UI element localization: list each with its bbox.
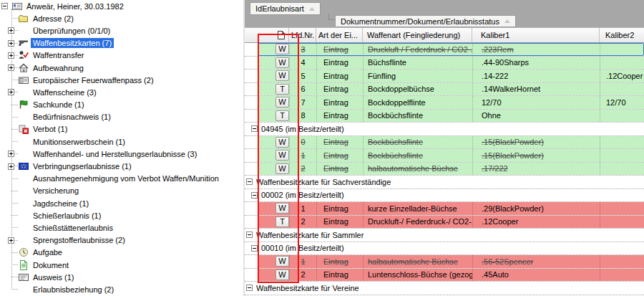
- weapons-management-window: Änweär, Heiner, 30.03.1982Adresse (2)Übe…: [0, 0, 644, 296]
- row-strip[interactable]: W4EintragBüchsflinte.44-90Sharps: [258, 57, 644, 70]
- row-strip[interactable]: W7EintragBockdoppelflinte12/7012/70: [258, 96, 644, 109]
- group-row-label: Waffenbesitzkarte für Vereine: [256, 284, 359, 292]
- tree-item-label[interactable]: Verbringungserlaubnisse (1): [31, 161, 134, 171]
- lfdnr-cell: 1: [289, 149, 316, 162]
- weapon-type-w-button[interactable]: W: [275, 203, 289, 214]
- record-type-cell: W: [258, 202, 289, 215]
- expander-plus-icon[interactable]: [8, 27, 14, 34]
- weapon-type-w-button[interactable]: W: [275, 70, 289, 81]
- group-box-iderlaubnisart[interactable]: IdErlaubnisart: [250, 2, 321, 15]
- row-strip[interactable]: W5EintragFünfling.14-222.12Cooper: [258, 70, 644, 82]
- expander-minus-icon[interactable]: [246, 285, 253, 291]
- expander-minus-icon[interactable]: [246, 178, 253, 185]
- row-strip[interactable]: T6EintragBockdoppelbüchse.14WalkerHornet: [258, 83, 644, 96]
- tree-item-label[interactable]: Bedürfnisnachweis (1): [31, 112, 113, 122]
- kaliber1-cell-text: .12Cooper: [482, 217, 518, 226]
- expander-plus-icon[interactable]: [8, 237, 14, 244]
- tree-item-label[interactable]: Dokument: [31, 260, 71, 270]
- weapon-type-w-button[interactable]: W: [275, 57, 289, 68]
- weapon-type-w-button[interactable]: W: [275, 97, 289, 108]
- tree-item-label[interactable]: Versicherung: [31, 186, 81, 196]
- expander-minus-icon[interactable]: [1, 3, 8, 9]
- row-strip[interactable]: W1EintragBockbüchsflinte.15(BlackPowder): [258, 149, 644, 162]
- column-header-waffenart[interactable]: Waffenart (Feingliederung): [363, 28, 472, 42]
- tree-item-label[interactable]: Ausnahmegenehmigung vom Verbot Waffen/Mu…: [31, 173, 221, 183]
- weapon-type-t-button[interactable]: T: [275, 110, 289, 121]
- group-row[interactable]: 04945 (im Besitz/erteilt): [245, 123, 644, 136]
- tree-item-label[interactable]: Adresse (2): [31, 14, 76, 24]
- group-row[interactable]: Waffenbesitzkarte für Sachverständige: [245, 176, 644, 189]
- tree-item-label[interactable]: Munitionserwerbschein (1): [31, 137, 127, 147]
- row-strip[interactable]: T8EintragBockbüchsflinteOhne: [258, 110, 644, 123]
- tree-item-label[interactable]: Schießstättenerlaubnis: [31, 223, 115, 233]
- expander-plus-icon[interactable]: [8, 52, 14, 59]
- lfdnr-cell-text: 1: [301, 204, 305, 213]
- row-strip[interactable]: W2EintragLuntenschloss-Büchse (gezog....…: [258, 269, 644, 282]
- tree-item-label[interactable]: Sprengstofferlaubnisse (2): [31, 235, 127, 245]
- kaliber2-cell: [600, 202, 644, 215]
- weapon-type-w-button[interactable]: W: [275, 137, 289, 148]
- art-cell-text: Eintrag: [323, 257, 348, 266]
- tree-item-label[interactable]: Verbot (1): [31, 124, 69, 134]
- weapon-type-t-button[interactable]: T: [275, 216, 289, 227]
- tree-item-label[interactable]: Waffenbesitzkarten (7): [31, 38, 114, 48]
- weapon-type-w-button[interactable]: W: [275, 269, 289, 280]
- column-header-record-type[interactable]: [273, 28, 289, 42]
- kaliber1-cell: .14WalkerHornet: [472, 83, 600, 96]
- expander-plus-icon[interactable]: [8, 163, 14, 170]
- tree-item-label[interactable]: Waffenhandel- und Herstellungserlaubniss…: [31, 149, 199, 159]
- row-strip[interactable]: W1Eintraghalbautomatische Büchse.56-52Sp…: [258, 255, 644, 268]
- tree-item-label[interactable]: Erlaubnisbeziehung (2): [31, 285, 116, 295]
- tree-root-label[interactable]: Änweär, Heiner, 30.03.1982: [24, 1, 126, 11]
- expander-minus-icon[interactable]: [251, 125, 258, 132]
- row-strip[interactable]: W3EintragDruckluft / Federdruck / CO2 ..…: [258, 43, 644, 56]
- row-strip[interactable]: W0EintragBockbüchsflinte.15(BlackPowder): [258, 136, 644, 149]
- row-strip[interactable]: W2Eintraghalbautomatische Büchse.17/222: [258, 163, 644, 176]
- row-indent: [245, 57, 258, 70]
- kaliber2-cell: [600, 43, 644, 56]
- tree-item-label[interactable]: Jagdscheine (1): [31, 199, 91, 209]
- kaliber2-cell: [600, 255, 644, 268]
- table-row: W5EintragFünfling.14-222.12Cooper: [245, 70, 644, 83]
- expander-plus-icon[interactable]: [8, 65, 14, 71]
- tree-item: Dokument: [0, 259, 243, 271]
- expander-plus-icon[interactable]: [8, 40, 14, 47]
- group-row[interactable]: 00002 (im Besitz/erteilt): [245, 189, 644, 203]
- column-header-kaliber2[interactable]: Kaliber2: [600, 28, 644, 42]
- expander-slot: [8, 237, 16, 244]
- weapon-type-w-button[interactable]: W: [275, 150, 289, 161]
- record-type-cell: T: [258, 216, 289, 229]
- tree-item-label[interactable]: Europäischer Feuerwaffenpass (2): [31, 75, 156, 85]
- expander-minus-icon[interactable]: [246, 231, 253, 238]
- tree-item-label[interactable]: Aufbewahrung: [31, 63, 86, 73]
- expander-plus-icon[interactable]: [8, 151, 14, 157]
- tree-item-label[interactable]: Aufgabe: [31, 247, 64, 257]
- weapon-type-t-button[interactable]: T: [275, 84, 289, 95]
- tree-item-label[interactable]: Ausweis (1): [31, 272, 76, 282]
- tree-item-label[interactable]: Waffenscheine (3): [31, 87, 99, 97]
- tree-item-label[interactable]: Sachkunde (1): [31, 100, 87, 110]
- group-row[interactable]: 00010 (im Besitz/erteilt): [245, 242, 644, 256]
- group-row[interactable]: Waffenbesitzkarte für Sammler: [245, 229, 644, 242]
- column-header-art[interactable]: Art der Ei...: [316, 28, 363, 42]
- column-header-lfdnr[interactable]: Lfd.Nr.: [289, 28, 316, 42]
- group-box-dokumentnummer[interactable]: Dokumentnummer/Dokument/Erlaubnisstatus: [335, 15, 516, 27]
- weapon-type-w-button[interactable]: W: [275, 256, 289, 267]
- tree-item-label[interactable]: Schießerlaubnis (1): [31, 211, 103, 221]
- column-header-kaliber1[interactable]: Kaliber1: [472, 28, 600, 42]
- expander-minus-icon[interactable]: [251, 245, 258, 252]
- tree-item: Schießstättenerlaubnis: [0, 221, 243, 234]
- tree-item-label[interactable]: Waffentransfer: [31, 50, 87, 60]
- row-strip[interactable]: W1Eintragkurze Einzellader-Büchse.29(Bla…: [258, 202, 644, 215]
- weapon-type-w-button[interactable]: W: [275, 44, 289, 54]
- tree-item-label[interactable]: Überprüfungen (0/1/0): [31, 26, 112, 36]
- kaliber1-cell: 12/70: [472, 96, 600, 109]
- weapon-type-w-button[interactable]: W: [275, 163, 289, 174]
- tree-item: Aufbewahrung: [0, 62, 243, 74]
- group-row[interactable]: Waffenbesitzkarte für Vereine: [245, 282, 644, 295]
- row-strip[interactable]: T2EintragDruckluft-/ Federdruck-/ CO2-..…: [258, 216, 644, 229]
- expander-plus-icon[interactable]: [8, 89, 14, 95]
- expander-minus-icon[interactable]: [251, 192, 258, 199]
- green-flag-icon: [16, 99, 31, 110]
- person-card-icon: [9, 1, 24, 12]
